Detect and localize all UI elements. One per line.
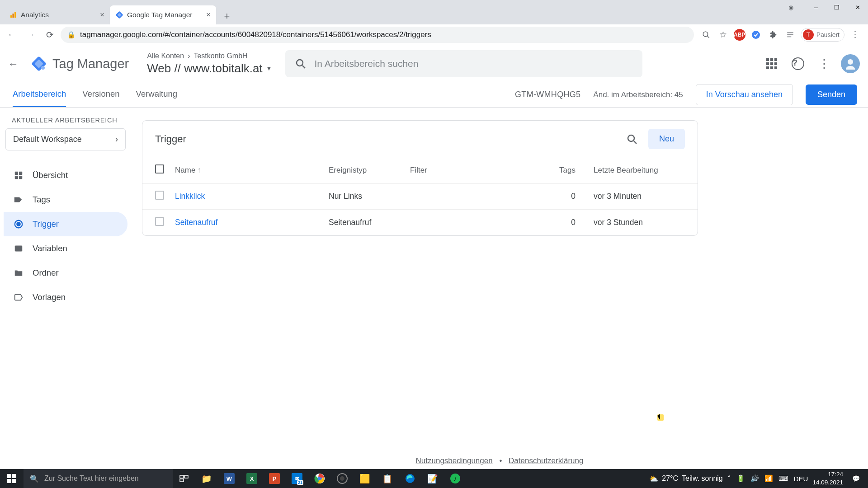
- cell-tags: 0: [554, 183, 581, 210]
- profile-chip[interactable]: T Pausiert: [801, 28, 844, 42]
- reload-button[interactable]: ⟳: [42, 27, 58, 43]
- row-checkbox[interactable]: [155, 217, 164, 226]
- edge-icon[interactable]: [399, 469, 421, 488]
- forward-button[interactable]: →: [23, 27, 39, 43]
- more-menu-button[interactable]: ⋮: [815, 54, 834, 73]
- address-bar[interactable]: 🔒 tagmanager.google.com/#/container/acco…: [61, 27, 694, 43]
- explorer-icon[interactable]: 📁: [195, 469, 218, 488]
- apps-grid-icon[interactable]: [762, 54, 781, 73]
- search-icon: 🔍: [30, 474, 39, 483]
- preview-button[interactable]: In Vorschau ansehen: [696, 84, 793, 105]
- chrome-icon[interactable]: [308, 469, 331, 488]
- tab-versions[interactable]: Versionen: [82, 82, 119, 107]
- column-header-name[interactable]: Name↑: [170, 157, 323, 183]
- tab-admin[interactable]: Verwaltung: [136, 82, 178, 107]
- minimize-button[interactable]: ─: [806, 0, 826, 14]
- column-header-tags[interactable]: Tags: [554, 157, 581, 183]
- taskbar-search[interactable]: 🔍 Zur Suche Text hier eingeben: [24, 469, 173, 488]
- gcast-icon[interactable]: ◉: [780, 0, 801, 14]
- back-button[interactable]: ←: [4, 27, 20, 43]
- container-selector[interactable]: Web // www.tobitalk.at ▼: [147, 61, 272, 75]
- workspace-selector[interactable]: Default Workspace ›: [5, 128, 126, 150]
- app-icon-1[interactable]: 🟨: [354, 469, 376, 488]
- trigger-name-link[interactable]: Seitenaufruf: [175, 218, 217, 227]
- obs-icon[interactable]: [331, 469, 354, 488]
- svg-point-5: [703, 32, 708, 37]
- new-tab-button[interactable]: +: [219, 8, 235, 24]
- excel-icon[interactable]: X: [241, 469, 263, 488]
- extension-abp-icon[interactable]: ABP: [734, 29, 745, 41]
- svg-line-15: [302, 66, 305, 68]
- user-avatar[interactable]: [841, 54, 860, 73]
- terms-link[interactable]: Nutzungsbedingungen: [416, 456, 493, 465]
- task-view-icon[interactable]: [173, 469, 195, 488]
- table-row[interactable]: Seitenaufruf Seitenaufruf 0 vor 3 Stunde…: [142, 210, 698, 236]
- maximize-button[interactable]: ❐: [826, 0, 847, 14]
- workspace-changes[interactable]: Änd. im Arbeitsbereich: 45: [593, 90, 683, 99]
- table-search-button[interactable]: [623, 130, 641, 148]
- svg-point-7: [752, 31, 760, 39]
- app-icon-2[interactable]: 📋: [376, 469, 399, 488]
- zoom-icon[interactable]: [699, 28, 713, 42]
- weather-icon: ⛅: [649, 474, 658, 483]
- close-window-button[interactable]: ✕: [847, 0, 868, 14]
- browser-tab-analytics[interactable]: Analytics ×: [4, 5, 110, 24]
- notepad-icon[interactable]: 📝: [421, 469, 444, 488]
- sidebar-item-overview[interactable]: Übersicht: [4, 163, 127, 188]
- wifi-icon[interactable]: 📶: [764, 474, 773, 483]
- container-id[interactable]: GTM-WMHQHG5: [515, 90, 580, 99]
- row-checkbox[interactable]: [155, 191, 164, 200]
- clock[interactable]: 17:24 14.09.2021: [812, 470, 843, 486]
- language-indicator[interactable]: DEU: [794, 475, 808, 483]
- sidebar-item-triggers[interactable]: Trigger: [4, 212, 127, 236]
- close-icon[interactable]: ×: [100, 10, 104, 19]
- sidebar-item-templates[interactable]: Vorlagen: [4, 285, 127, 310]
- powerpoint-icon[interactable]: P: [263, 469, 286, 488]
- help-icon[interactable]: ?: [788, 54, 807, 73]
- svg-point-14: [297, 60, 303, 66]
- tab-workspace[interactable]: Arbeitsbereich: [13, 82, 66, 107]
- word-icon[interactable]: W: [218, 469, 241, 488]
- svg-rect-28: [7, 479, 11, 483]
- column-header-event-type[interactable]: Ereignistyp: [323, 157, 405, 183]
- start-button[interactable]: [0, 469, 24, 488]
- bookmark-icon[interactable]: ☆: [717, 28, 730, 42]
- sidebar-item-folders[interactable]: Ordner: [4, 261, 127, 285]
- outlook-icon[interactable]: ✉21: [286, 469, 308, 488]
- reading-list-icon[interactable]: [783, 28, 797, 42]
- chrome-menu-button[interactable]: ⋮: [848, 28, 862, 42]
- column-header-last-edited[interactable]: Letzte Bearbeitung: [581, 157, 698, 183]
- search-input[interactable]: In Arbeitsbereich suchen: [285, 50, 642, 77]
- svg-rect-17: [15, 172, 18, 175]
- gtm-back-button[interactable]: ←: [4, 54, 23, 73]
- svg-rect-23: [15, 246, 23, 252]
- sidebar-item-tags[interactable]: Tags: [4, 188, 127, 212]
- breadcrumb[interactable]: Alle Konten › Testkonto GmbH: [147, 52, 272, 60]
- sidebar-item-variables[interactable]: Variablen: [4, 236, 127, 261]
- notifications-icon[interactable]: 💬: [848, 475, 864, 482]
- browser-tab-gtm[interactable]: Google Tag Manager ×: [110, 5, 216, 24]
- trigger-name-link[interactable]: Linkklick: [175, 192, 205, 201]
- tray-expand-icon[interactable]: ˄: [727, 474, 731, 483]
- svg-point-24: [628, 135, 634, 141]
- submit-button[interactable]: Senden: [806, 84, 857, 105]
- volume-icon[interactable]: 🔊: [750, 474, 759, 483]
- battery-icon[interactable]: 🔋: [736, 474, 745, 483]
- extensions-icon[interactable]: [766, 28, 780, 42]
- overview-icon: [13, 169, 24, 181]
- weather-widget[interactable]: ⛅ 27°C Teilw. sonnig: [649, 474, 722, 483]
- table-row[interactable]: Linkklick Nur Links 0 vor 3 Minuten: [142, 183, 698, 210]
- tag-icon: [13, 194, 24, 206]
- privacy-link[interactable]: Datenschutzerklärung: [509, 456, 583, 465]
- cell-filter: [405, 210, 554, 236]
- select-all-checkbox[interactable]: [142, 157, 170, 183]
- new-trigger-button[interactable]: Neu: [648, 129, 685, 149]
- svg-rect-19: [15, 176, 18, 179]
- keyboard-icon[interactable]: ⌨: [778, 474, 788, 483]
- spotify-icon[interactable]: ♪: [444, 469, 467, 488]
- extension-gtm-icon[interactable]: [749, 28, 763, 42]
- cell-tags: 0: [554, 210, 581, 236]
- close-icon[interactable]: ×: [206, 10, 211, 19]
- column-header-filter[interactable]: Filter: [405, 157, 554, 183]
- tab-title: Analytics: [21, 11, 96, 19]
